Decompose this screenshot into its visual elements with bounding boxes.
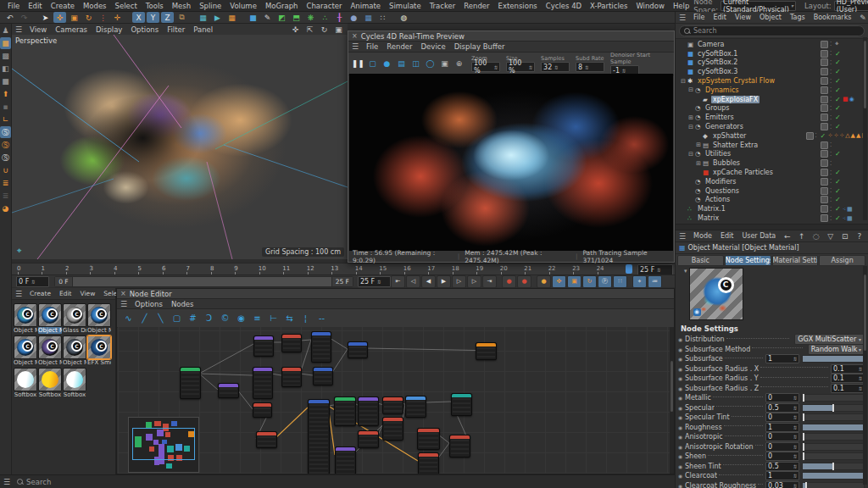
close-icon[interactable]: × [352,32,358,40]
timeline-tick[interactable]: 24 [597,265,620,272]
am-menu-user-data[interactable]: User Data [737,232,780,240]
state-check-icon[interactable]: ✓ [835,196,843,203]
enable-checkbox[interactable] [821,86,828,94]
camera-tracker-icon[interactable]: ∷ [376,12,389,23]
enable-checkbox[interactable] [806,132,814,140]
tree-item-groups[interactable]: ◔ Groups ⁚ ✓ [677,104,868,114]
points-mode-icon[interactable]: ▪ [0,101,11,113]
field-sphere-icon[interactable]: ● [348,12,360,23]
connection-line-icon[interactable]: ╱ [137,313,152,324]
align-vertical-icon[interactable]: ⊢ [266,313,281,324]
specular-slider[interactable] [802,404,865,412]
timeline-tick[interactable]: 2 [65,265,89,272]
cycles-tag-icon[interactable]: ◉ [849,96,854,103]
graph-node[interactable] [358,430,379,448]
timeline-tick[interactable]: 5 [137,265,161,272]
timeline-tick[interactable]: 14 [355,265,379,272]
material-item[interactable]: C EFX Smo [87,336,111,366]
material-item[interactable]: C Object M [63,336,86,366]
graph-node[interactable] [313,367,333,385]
menu-extensions[interactable]: Extensions [494,2,542,10]
minimap-viewport-rect[interactable] [132,428,195,460]
key-position-button[interactable]: ✜ [552,275,566,288]
am-menu-edit[interactable]: Edit [716,232,738,240]
menu-animate[interactable]: Animate [346,2,385,10]
animation-dot-icon[interactable]: ◉ [678,434,685,440]
animation-dot-icon[interactable]: ◉ [678,453,685,459]
move-icon[interactable]: ✜ [53,12,66,23]
material-thumbnail[interactable] [14,368,37,391]
cluster-tag-icon[interactable]: ⁖ [843,215,846,222]
subsurface-field[interactable]: 1⇅ [765,354,799,363]
tree-item-camera[interactable]: ▣ Camera ⁚ ⌖ [677,40,868,49]
graph-node[interactable] [218,383,239,398]
magnet-snap-icon[interactable]: ∪ [0,164,11,176]
graph-node[interactable] [253,402,272,418]
tree-item-generators[interactable]: ⊟ ◔ Generators ⁚ ✓ [677,122,868,131]
hamburger-icon[interactable]: ☰ [15,25,22,34]
state-check-icon[interactable]: ✓ [835,114,843,121]
hamburger-icon[interactable]: ☰ [120,300,127,308]
tree-item-label[interactable]: Dynamics [704,86,740,94]
state-check-icon[interactable]: ✓ [835,214,843,222]
material-thumbnail[interactable] [38,368,62,391]
enable-checkbox[interactable] [821,123,828,130]
add-cube-icon[interactable]: ■ [247,12,259,23]
timeline-tick[interactable]: 15 [379,265,403,272]
enable-checkbox[interactable] [821,205,828,213]
menu-help[interactable]: Help [669,2,693,10]
tree-item-cysoftbox-1[interactable]: ■ cySoftBox.1 ⁚ ✓ [677,49,868,58]
render-view-icon[interactable]: ▦ [197,12,209,23]
xparticles-tag-icon[interactable]: ⁘ [833,132,838,139]
prev-frame-button[interactable]: ◀ [421,275,436,288]
axis-x-lock-icon[interactable]: X [132,12,145,23]
timeline-tick[interactable]: 11 [282,265,306,272]
circle-buffer-icon[interactable]: ◯ [424,58,437,69]
timeline-tick[interactable]: 22 [548,265,572,272]
xparticles-tag-icon[interactable]: ⁘ [839,132,844,139]
subsurface-radius-z-field[interactable]: 0.1⇅ [831,384,865,393]
node-graph-canvas[interactable] [118,327,671,474]
timeline-tick[interactable]: 0 [17,265,41,272]
snapshot-image-icon[interactable]: ▤ [395,58,408,69]
timeline-tick[interactable]: 4 [114,265,137,272]
timeline-tick[interactable]: 20 [500,265,524,272]
timeline-tick[interactable]: 1 [41,265,64,272]
state-check-icon[interactable]: ✓ [821,132,828,140]
timeline-tick[interactable]: 18 [452,265,476,272]
am-back-icon[interactable]: ← [781,230,793,241]
menu-modes[interactable]: Modes [79,2,111,10]
tree-item-label[interactable]: Generators [704,123,745,130]
expander-icon[interactable]: ⊟ [688,124,695,130]
frame-range-slider[interactable]: 0 F 25 F [54,276,353,287]
hamburger-icon[interactable]: ☰ [15,290,22,298]
tree-item-label[interactable]: cySoftBox.3 [696,68,739,75]
axis-z-lock-icon[interactable]: Z [161,12,174,23]
enable-checkbox[interactable] [821,150,828,158]
close-icon[interactable]: × [120,290,126,297]
range-end-grip[interactable]: 25 F [331,277,353,286]
expander-icon[interactable]: ⊟ [688,86,695,93]
animation-dot-icon[interactable]: ◉ [678,405,685,411]
anisotropic-rotation-slider[interactable] [802,443,865,451]
hamburger-icon[interactable]: ☰ [352,42,359,51]
record-button[interactable]: ● [502,275,516,288]
tree-item-bubbles[interactable]: ⊞ ▤ Bubbles ⁚ [677,158,868,168]
viewport-menu-panel[interactable]: Panel [189,25,217,34]
tree-item-emitters[interactable]: ⊞ ◔ Emitters ⁚ ✓ [677,113,868,122]
material-item[interactable]: Softbox [38,368,62,398]
coordinate-system-icon[interactable]: ⧉ [175,12,188,23]
node-editor-scrollbar[interactable] [670,327,674,474]
viewport-canvas[interactable]: Perspective ⌖ Grid Spacing : 100 cm [12,35,348,259]
timeline-tick[interactable]: 7 [186,265,209,272]
goto-start-button[interactable]: ⇤ [391,275,405,288]
graph-node[interactable] [311,331,331,363]
node-editor-menu-options[interactable]: Options [131,300,167,308]
enable-checkbox[interactable] [821,214,828,222]
tree-item-label[interactable]: Utilities [704,150,732,158]
snap-s2-icon[interactable]: Ⓢ [0,139,11,151]
tree-item-shatter-extra[interactable]: ⊞ ▤ Shatter Extra ⁚ [677,141,868,150]
graph-node[interactable] [382,396,403,414]
layers-icon[interactable]: ≣ [0,177,11,189]
material-item[interactable]: C Object M [14,336,37,366]
